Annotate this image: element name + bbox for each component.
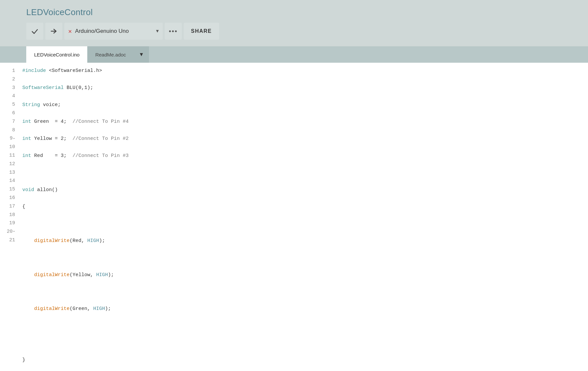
- code-line-5: int Yellow = 2; //Connect To Pin #2: [22, 135, 588, 143]
- line-num-2: 2: [0, 75, 15, 84]
- upload-button[interactable]: [45, 23, 62, 40]
- code-line-13: digitalWrite(Yellow, HIGH);: [22, 271, 588, 279]
- share-label: SHARE: [191, 28, 212, 34]
- dropdown-arrow-icon: ▼: [156, 29, 159, 34]
- app-container: LEDVoiceControl ✕ Arduino/Genuino Uno ▼: [0, 0, 588, 371]
- more-icon: •••: [169, 28, 178, 35]
- board-error-icon: ✕: [68, 28, 72, 35]
- header: LEDVoiceControl ✕ Arduino/Genuino Uno ▼: [0, 0, 588, 43]
- code-line-15: digitalWrite(Green, HIGH);: [22, 305, 588, 313]
- board-selector[interactable]: ✕ Arduino/Genuino Uno ▼: [64, 23, 163, 40]
- line-num-13: 13: [0, 168, 15, 177]
- line-num-8: 8: [0, 126, 15, 135]
- code-line-2: SoftwareSerial BLU(0,1);: [22, 84, 588, 92]
- share-button[interactable]: SHARE: [184, 23, 219, 40]
- line-num-9: 9▸: [0, 134, 15, 143]
- code-line-6: int Red = 3; //Connect To Pin #3: [22, 152, 588, 160]
- code-line-8: void allon(): [22, 186, 588, 194]
- line-num-17: 17: [0, 202, 15, 211]
- tab-label-led: LEDVoiceControl.ino: [34, 52, 79, 57]
- code-editor[interactable]: #include <SoftwareSerial.h> SoftwareSeri…: [20, 63, 588, 371]
- code-line-17: [22, 339, 588, 347]
- tab-dropdown-button[interactable]: ▼: [134, 46, 149, 63]
- code-line-10: [22, 220, 588, 228]
- tab-led-voice-control[interactable]: LEDVoiceControl.ino: [26, 46, 87, 63]
- code-line-4: int Green = 4; //Connect To Pin #4: [22, 118, 588, 126]
- code-line-1: #include <SoftwareSerial.h>: [22, 67, 588, 75]
- arrow-right-icon: [50, 28, 57, 35]
- code-line-7: [22, 169, 588, 177]
- code-line-16: [22, 322, 588, 330]
- code-line-14: [22, 288, 588, 296]
- more-button[interactable]: •••: [165, 23, 182, 40]
- board-name-label: Arduino/Genuino Uno: [75, 28, 153, 34]
- line-num-1: 1: [0, 67, 15, 75]
- line-num-20: 20▸: [0, 228, 15, 236]
- line-num-5: 5: [0, 100, 15, 109]
- tab-label-readme: ReadMe.adoc: [95, 52, 126, 57]
- check-icon: [31, 28, 38, 35]
- line-num-12: 12: [0, 160, 15, 168]
- editor-container: LEDVoiceControl.ino ReadMe.adoc ▼ 1 2 3 …: [0, 46, 588, 371]
- line-num-16: 16: [0, 194, 15, 202]
- toolbar: ✕ Arduino/Genuino Uno ▼ ••• SHARE: [26, 23, 562, 40]
- tab-dropdown-icon: ▼: [139, 52, 144, 57]
- code-line-3: String voice;: [22, 101, 588, 109]
- line-num-6: 6: [0, 109, 15, 118]
- line-num-21: 21: [0, 236, 15, 245]
- verify-button[interactable]: [26, 23, 43, 40]
- code-line-11: digitalWrite(Red, HIGH);: [22, 237, 588, 245]
- code-line-18: }: [22, 356, 588, 364]
- line-num-10: 10: [0, 143, 15, 151]
- tab-readme[interactable]: ReadMe.adoc: [87, 46, 134, 63]
- line-num-19: 19: [0, 219, 15, 228]
- code-line-9: {: [22, 203, 588, 211]
- line-numbers: 1 2 3 4 5 6 7 8 9▸ 10 11 12 13 14 15 16 …: [0, 63, 20, 371]
- app-title: LEDVoiceControl: [26, 7, 562, 17]
- line-num-11: 11: [0, 151, 15, 160]
- code-area: 1 2 3 4 5 6 7 8 9▸ 10 11 12 13 14 15 16 …: [0, 63, 588, 371]
- code-line-12: [22, 254, 588, 262]
- tabs-bar: LEDVoiceControl.ino ReadMe.adoc ▼: [0, 46, 588, 63]
- line-num-18: 18: [0, 211, 15, 219]
- line-num-4: 4: [0, 92, 15, 100]
- line-num-15: 15: [0, 185, 15, 194]
- line-num-7: 7: [0, 118, 15, 126]
- line-num-14: 14: [0, 177, 15, 185]
- line-num-3: 3: [0, 84, 15, 92]
